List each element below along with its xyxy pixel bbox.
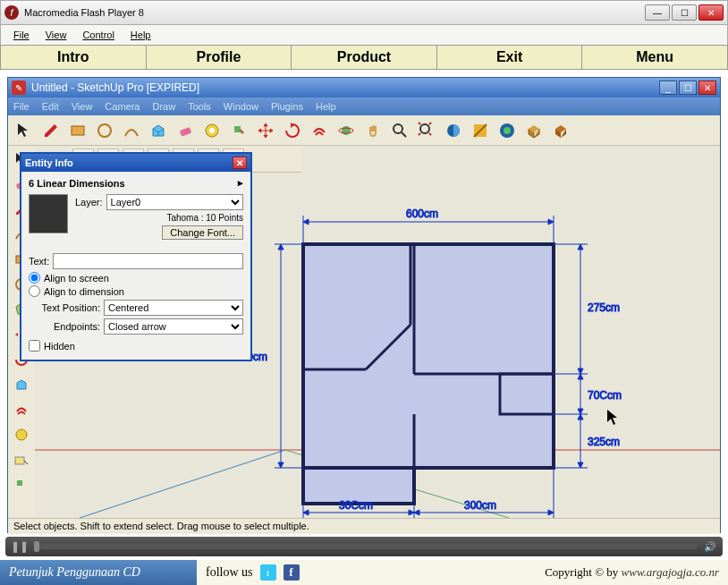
svg-line-20 — [24, 461, 28, 464]
ltool-text-icon[interactable] — [10, 448, 33, 471]
entity-close-icon[interactable]: ✕ — [233, 157, 247, 169]
nav-exit[interactable]: Exit — [437, 46, 583, 69]
svg-point-13 — [504, 127, 511, 134]
svg-point-9 — [420, 124, 429, 133]
su-menu-edit[interactable]: Edit — [42, 101, 59, 112]
footer: Petunjuk Penggunaan CD follow us t f Cop… — [0, 560, 728, 585]
tool-zoomextents-icon[interactable] — [414, 118, 439, 143]
volume-icon[interactable]: 🔊 — [703, 539, 717, 554]
outer-menu-file[interactable]: File — [6, 28, 37, 42]
dim-bottom2-label: 300cm — [464, 499, 496, 512]
su-menu-draw[interactable]: Draw — [152, 101, 175, 112]
ltool-offset-icon[interactable] — [10, 398, 33, 421]
entity-title: Entity Info — [25, 157, 233, 168]
outer-menu-control[interactable]: Control — [75, 28, 121, 42]
nav-intro[interactable]: Intro — [1, 46, 147, 69]
tool-pencil-icon[interactable] — [38, 118, 63, 143]
flash-player-icon: f — [4, 5, 19, 20]
sketchup-titlebar[interactable]: ✎ Untitled - SketchUp Pro [EXPIRED] _ ☐ … — [8, 78, 720, 98]
media-knob[interactable] — [34, 541, 39, 552]
text-input[interactable] — [53, 253, 243, 269]
tool-offset-icon[interactable] — [307, 118, 332, 143]
cursor-icon — [607, 410, 617, 425]
su-menu-window[interactable]: Window — [224, 101, 258, 112]
sketchup-maximize-button[interactable]: ☐ — [679, 81, 697, 95]
tool-arc-icon[interactable] — [119, 118, 144, 143]
sketchup-minimize-button[interactable]: _ — [659, 81, 677, 95]
entity-menu-icon[interactable]: ▸ — [238, 177, 243, 189]
tool-zoom-icon[interactable] — [387, 118, 412, 143]
font-desc: Tahoma : 10 Points — [166, 213, 243, 223]
su-menu-view[interactable]: View — [72, 101, 93, 112]
hidden-checkbox[interactable] — [29, 340, 40, 352]
tool-tape-icon[interactable] — [199, 118, 224, 143]
tool-shadows-icon[interactable] — [441, 118, 466, 143]
twitter-icon[interactable]: t — [260, 564, 276, 581]
tool-orbit-icon[interactable] — [334, 118, 359, 143]
align-screen-label: Align to screen — [44, 273, 109, 284]
ltool-tape-icon[interactable] — [10, 423, 33, 446]
nav-product[interactable]: Product — [292, 46, 437, 69]
tool-layers-icon[interactable] — [495, 118, 520, 143]
text-position-select[interactable]: Centered — [104, 300, 243, 316]
pause-icon[interactable]: ❚❚ — [11, 540, 29, 553]
dim-right3-label: 325cm — [588, 436, 620, 448]
outer-minimize-button[interactable]: — — [645, 4, 670, 21]
sketchup-title: Untitled - SketchUp Pro [EXPIRED] — [31, 81, 659, 94]
su-menu-file[interactable]: File — [13, 101, 30, 112]
nav-profile[interactable]: Profile — [147, 46, 292, 69]
align-screen-radio[interactable] — [29, 272, 40, 284]
tool-rotate-icon[interactable] — [280, 118, 305, 143]
su-menu-camera[interactable]: Camera — [105, 101, 140, 112]
facebook-icon[interactable]: f — [284, 564, 300, 581]
svg-rect-24 — [303, 244, 554, 468]
ltool-paint-icon[interactable] — [10, 473, 33, 496]
outer-menu-help[interactable]: Help — [123, 28, 158, 42]
ltool-pushpull-icon[interactable] — [10, 373, 33, 396]
align-dimension-radio[interactable] — [29, 285, 40, 297]
svg-line-22 — [80, 450, 285, 518]
tool-circle-icon[interactable] — [92, 118, 117, 143]
nav-menu[interactable]: Menu — [582, 46, 727, 69]
tool-select-icon[interactable] — [12, 118, 37, 143]
sketchup-toolbar — [8, 115, 720, 146]
outer-close-button[interactable]: ✕ — [698, 4, 724, 21]
dim-bottom1-label: 30Ccm — [339, 499, 373, 512]
svg-rect-19 — [15, 457, 24, 464]
cd-guide-button[interactable]: Petunjuk Penggunaan CD — [0, 560, 197, 585]
su-menu-help[interactable]: Help — [316, 101, 336, 112]
su-menu-plugins[interactable]: Plugins — [271, 101, 303, 112]
text-label: Text: — [29, 256, 49, 267]
entity-headline: 6 Linear Dimensions — [29, 178, 125, 189]
status-text: Select objects. Shift to extend select. … — [13, 521, 309, 531]
entity-color-swatch[interactable] — [29, 194, 68, 233]
sketchup-close-button[interactable]: ✕ — [698, 81, 716, 95]
su-menu-tools[interactable]: Tools — [188, 101, 211, 112]
copy-link[interactable]: www.argajogja.co.nr — [622, 565, 719, 579]
tool-paint-icon[interactable] — [226, 118, 251, 143]
outer-menu-view[interactable]: View — [38, 28, 74, 42]
tool-pan-icon[interactable] — [360, 118, 385, 143]
entity-titlebar[interactable]: Entity Info ✕ — [21, 154, 250, 172]
tool-move-icon[interactable] — [253, 118, 278, 143]
tool-component-icon[interactable] — [521, 118, 546, 143]
sketchup-statusbar: Select objects. Shift to extend select. … — [8, 518, 720, 534]
dim-right1-label: 275cm — [588, 301, 620, 314]
outer-maximize-button[interactable]: ☐ — [672, 4, 697, 21]
tool-eraser-icon[interactable] — [173, 118, 198, 143]
layer-label: Layer: — [75, 197, 103, 208]
align-dimension-label: Align to dimension — [44, 286, 124, 297]
tool-styles-icon[interactable] — [468, 118, 493, 143]
entity-info-panel[interactable]: Entity Info ✕ 6 Linear Dimensions ▸ Laye… — [20, 152, 252, 361]
tool-pushpull-icon[interactable] — [146, 118, 171, 143]
svg-point-18 — [16, 429, 27, 440]
sketchup-menubar: File Edit View Camera Draw Tools Window … — [8, 98, 720, 115]
tool-rectangle-icon[interactable] — [65, 118, 90, 143]
endpoints-select[interactable]: Closed arrow — [104, 318, 243, 335]
svg-rect-0 — [72, 126, 84, 135]
change-font-button[interactable]: Change Font... — [162, 225, 243, 240]
layer-select[interactable]: Layer0 — [106, 194, 243, 210]
media-track[interactable] — [34, 544, 698, 549]
svg-point-1 — [98, 124, 111, 137]
tool-warehouse-icon[interactable] — [548, 118, 573, 143]
